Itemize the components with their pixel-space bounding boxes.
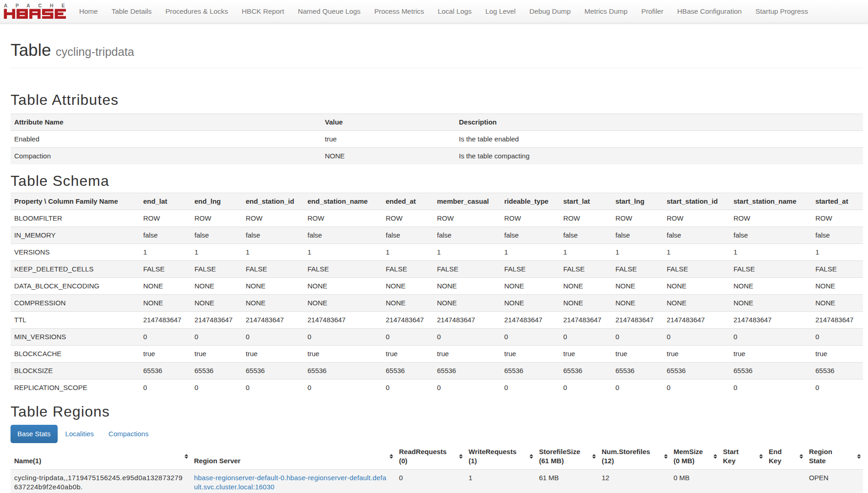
svg-text:APACHE: APACHE xyxy=(4,3,66,8)
